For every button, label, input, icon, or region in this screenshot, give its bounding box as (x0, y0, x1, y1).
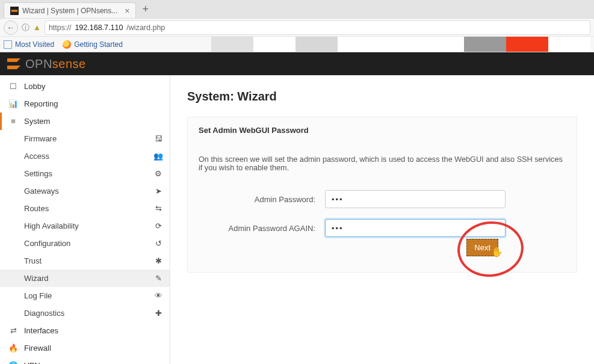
wizard-panel: Set Admin WebGUI Password On this screen… (187, 117, 577, 273)
subitem-label: Trust (24, 256, 42, 265)
address-row: ← ⓘ ▲ https://192.168.7.110/wizard.php (0, 18, 594, 36)
brand-bar: OPNsense (0, 52, 594, 75)
medkit-icon: ✚ (153, 309, 164, 318)
admin-password-again-input[interactable] (325, 219, 506, 237)
subitem-label: Diagnostics (24, 309, 64, 318)
bookmarks-bar: Most Visited Getting Started (0, 36, 594, 52)
sidebar-label: System (24, 117, 50, 126)
sidebar: ☐Lobby 📊Reporting ≡System Firmware 🖫 Acc… (0, 75, 170, 364)
sidebar-item-wizard[interactable]: Wizard ✎ (0, 270, 170, 287)
bookmark-label: Getting Started (74, 40, 123, 49)
eye-icon: 👁 (153, 291, 164, 300)
back-button[interactable]: ← (4, 20, 18, 35)
lobby-icon: ☐ (8, 82, 18, 91)
new-tab-button[interactable]: + (136, 3, 155, 16)
sidebar-item-firewall[interactable]: 🔥Firewall (0, 339, 170, 357)
url-host: 192.168.7.110 (75, 23, 123, 32)
subitem-label: High Availability (24, 221, 79, 230)
cogs-icon: ⚙ (153, 169, 164, 178)
directions-icon: ⇆ (153, 204, 164, 213)
subitem-label: Access (24, 152, 49, 161)
label-admin-password: Admin Password: (199, 195, 325, 204)
save-icon: 🖫 (153, 134, 164, 143)
panel-description: On this screen we will set the admin pas… (199, 155, 566, 172)
next-button[interactable]: Next (466, 239, 498, 256)
bookmark-icon (4, 40, 12, 49)
label-admin-password-again: Admin Password AGAIN: (199, 224, 325, 233)
url-path: /wizard.php (126, 23, 165, 32)
subitem-label: Configuration (24, 239, 70, 248)
firefox-icon (63, 40, 71, 49)
refresh-icon: ⟳ (153, 221, 164, 230)
sidebar-label: VPN (24, 361, 40, 364)
interfaces-icon: ⇄ (8, 326, 18, 335)
sidebar-label: Reporting (24, 99, 58, 108)
sidebar-item-access[interactable]: Access 👥 (0, 147, 170, 165)
bookmark-getting-started[interactable]: Getting Started (63, 40, 123, 49)
sidebar-item-lobby[interactable]: ☐Lobby (0, 78, 170, 95)
subitem-label: Wizard (24, 274, 48, 283)
tab-close-icon[interactable]: × (125, 6, 129, 16)
sidebar-item-settings[interactable]: Settings ⚙ (0, 165, 170, 182)
admin-password-input[interactable] (325, 190, 506, 208)
content-area: System: Wizard Set Admin WebGUI Password… (170, 75, 594, 364)
logo-main: OPN (25, 57, 52, 70)
trust-icon: ✱ (153, 256, 164, 265)
logo-accent: sense (52, 57, 86, 70)
location-arrow-icon: ➤ (153, 187, 164, 196)
reporting-icon: 📊 (8, 99, 18, 108)
history-icon: ↺ (153, 239, 164, 248)
sidebar-item-interfaces[interactable]: ⇄Interfaces (0, 322, 170, 339)
sidebar-item-routes[interactable]: Routes ⇆ (0, 200, 170, 217)
color-swatches (211, 37, 590, 52)
subitem-label: Routes (24, 204, 49, 213)
row-admin-password: Admin Password: (199, 190, 566, 208)
users-icon: 👥 (153, 152, 164, 161)
sidebar-label: Interfaces (24, 326, 58, 335)
url-bar[interactable]: https://192.168.7.110/wizard.php (45, 20, 590, 35)
sidebar-item-firmware[interactable]: Firmware 🖫 (0, 130, 170, 147)
sidebar-label: Firewall (24, 344, 51, 353)
browser-chrome: Wizard | System | OPNsens... × + ← ⓘ ▲ h… (0, 0, 594, 52)
svg-rect-1 (11, 10, 18, 12)
sidebar-item-gateways[interactable]: Gateways ➤ (0, 182, 170, 200)
security-warning-icon[interactable]: ▲ (33, 23, 41, 32)
panel-section-title: Set Admin WebGUI Password (199, 126, 566, 135)
page-title: System: Wizard (187, 90, 577, 103)
sidebar-label: Lobby (24, 82, 45, 91)
logo[interactable]: OPNsense (7, 57, 86, 71)
tab-title: Wizard | System | OPNsens... (22, 7, 117, 15)
logo-mark-icon (7, 57, 20, 70)
tab-favicon-icon (10, 7, 19, 15)
magic-wand-icon: ✎ (153, 274, 164, 283)
subitem-label: Gateways (24, 187, 59, 196)
sidebar-item-high-availability[interactable]: High Availability ⟳ (0, 217, 170, 235)
sidebar-item-reporting[interactable]: 📊Reporting (0, 95, 170, 113)
bookmark-most-visited[interactable]: Most Visited (4, 40, 54, 49)
subitem-label: Settings (24, 169, 52, 178)
logo-text: OPNsense (25, 57, 86, 71)
system-icon: ≡ (8, 117, 18, 126)
sidebar-item-diagnostics[interactable]: Diagnostics ✚ (0, 304, 170, 322)
bookmark-label: Most Visited (15, 40, 54, 49)
vpn-icon: 🌐 (8, 361, 18, 364)
subitem-label: Firmware (24, 134, 57, 143)
tab-bar: Wizard | System | OPNsens... × + (0, 0, 594, 18)
sidebar-item-trust[interactable]: Trust ✱ (0, 252, 170, 270)
firewall-icon: 🔥 (8, 344, 18, 353)
sidebar-item-vpn[interactable]: 🌐VPN (0, 357, 170, 364)
sidebar-item-system[interactable]: ≡System (0, 113, 170, 130)
info-icon[interactable]: ⓘ (22, 22, 29, 33)
sidebar-item-log-file[interactable]: Log File 👁 (0, 287, 170, 304)
sidebar-item-configuration[interactable]: Configuration ↺ (0, 235, 170, 252)
url-scheme: https:// (49, 23, 72, 32)
row-admin-password-again: Admin Password AGAIN: (199, 219, 566, 237)
browser-tab-active[interactable]: Wizard | System | OPNsens... × (4, 2, 136, 18)
subitem-label: Log File (24, 291, 52, 300)
